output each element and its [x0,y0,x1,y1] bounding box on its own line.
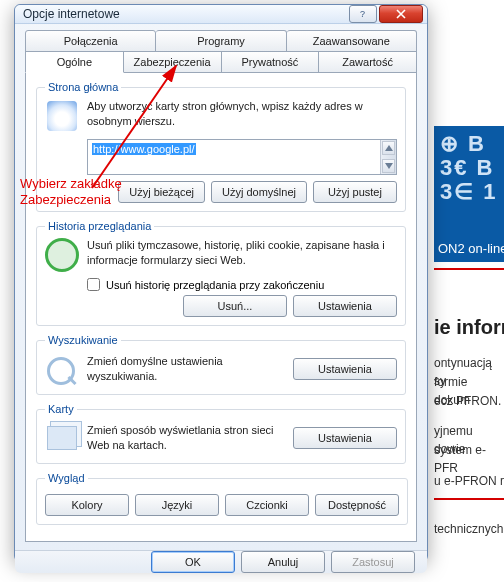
tab-security[interactable]: Zabezpieczenia [124,51,222,73]
tab-panel-general: Strona główna Aby utworzyć karty stron g… [25,73,417,542]
tab-row-bottom: Ogólne Zabezpieczenia Prywatność Zawarto… [25,51,417,73]
tab-general[interactable]: Ogólne [25,51,124,73]
bg-tab-on2[interactable]: ON2 on-line [434,236,504,262]
tabs-desc: Zmień sposób wyświetlania stron sieci We… [87,423,285,453]
bg-digits: ⊕ B 3€ B 3∈ 1 [434,126,504,211]
history-icon [45,238,79,272]
search-icon [45,352,79,386]
use-current-button[interactable]: Użyj bieżącej [118,181,205,203]
tab-privacy[interactable]: Prywatność [222,51,320,73]
close-button[interactable] [379,5,423,23]
legend-homepage: Strona główna [45,81,121,93]
legend-appearance: Wygląd [45,472,88,484]
group-search: Wyszukiwanie Zmień domyślne ustawienia w… [36,334,406,395]
scroll-up-icon[interactable] [382,141,395,155]
tab-content[interactable]: Zawartość [319,51,417,73]
colors-button[interactable]: Kolory [45,494,129,516]
search-desc: Zmień domyślne ustawienia wyszukiwania. [87,354,285,384]
scrollbar-vertical[interactable] [380,140,396,174]
tab-advanced[interactable]: Zaawansowane [287,30,417,52]
legend-search: Wyszukiwanie [45,334,121,346]
dialog-footer: OK Anuluj Zastosuj [15,550,427,573]
use-default-button[interactable]: Użyj domyślnej [211,181,307,203]
bg-heading: ie inform [434,316,504,339]
help-button[interactable]: ? [349,5,377,23]
internet-options-dialog: Opcje internetowe ? Połączenia Programy … [14,4,428,562]
svg-text:?: ? [360,9,365,19]
history-settings-button[interactable]: Ustawienia [293,295,397,317]
legend-tabs: Karty [45,403,77,415]
legend-history: Historia przeglądania [45,220,154,232]
dialog-content: Połączenia Programy Zaawansowane Ogólne … [15,24,427,550]
background-page: ⊕ B 3€ B 3∈ 1 ON2 on-line ie inform onty… [424,0,504,582]
bg-red-divider-2 [434,498,504,500]
background-image-box: ⊕ B 3€ B 3∈ 1 [434,126,504,236]
tab-programs[interactable]: Programy [156,30,286,52]
delete-on-exit-label: Usuń historię przeglądania przy zakończe… [106,279,324,291]
bg-text-4: technicznych [434,520,504,538]
homepage-url-value: http://www.google.pl/ [92,143,196,155]
bg-red-divider [434,268,504,270]
bg-text-1c: ecz PFRON. [434,392,504,410]
group-tabs: Karty Zmień sposób wyświetlania stron si… [36,403,406,464]
tabs-settings-button[interactable]: Ustawienia [293,427,397,449]
history-desc: Usuń pliki tymczasowe, historię, pliki c… [87,238,397,268]
group-homepage: Strona główna Aby utworzyć karty stron g… [36,81,406,212]
use-blank-button[interactable]: Użyj pustej [313,181,397,203]
delete-on-exit-checkbox[interactable] [87,278,100,291]
search-settings-button[interactable]: Ustawienia [293,358,397,380]
fonts-button[interactable]: Czcionki [225,494,309,516]
tabs-icon [45,421,79,455]
bg-text-3: u e-PFRON r [434,472,504,490]
ok-button[interactable]: OK [151,551,235,573]
scroll-down-icon[interactable] [382,159,395,173]
titlebar-title: Opcje internetowe [23,7,347,21]
apply-button[interactable]: Zastosuj [331,551,415,573]
group-history: Historia przeglądania Usuń pliki tymczas… [36,220,406,326]
accessibility-button[interactable]: Dostępność [315,494,399,516]
home-icon [45,99,79,133]
languages-button[interactable]: Języki [135,494,219,516]
group-appearance: Wygląd Kolory Języki Czcionki Dostępność [36,472,408,525]
tab-row-top: Połączenia Programy Zaawansowane [25,30,417,52]
delete-button[interactable]: Usuń... [183,295,287,317]
cancel-button[interactable]: Anuluj [241,551,325,573]
tab-connections[interactable]: Połączenia [25,30,156,52]
homepage-desc: Aby utworzyć karty stron głównych, wpisz… [87,99,397,129]
homepage-url-field[interactable]: http://www.google.pl/ [87,139,397,175]
titlebar[interactable]: Opcje internetowe ? [15,5,427,24]
